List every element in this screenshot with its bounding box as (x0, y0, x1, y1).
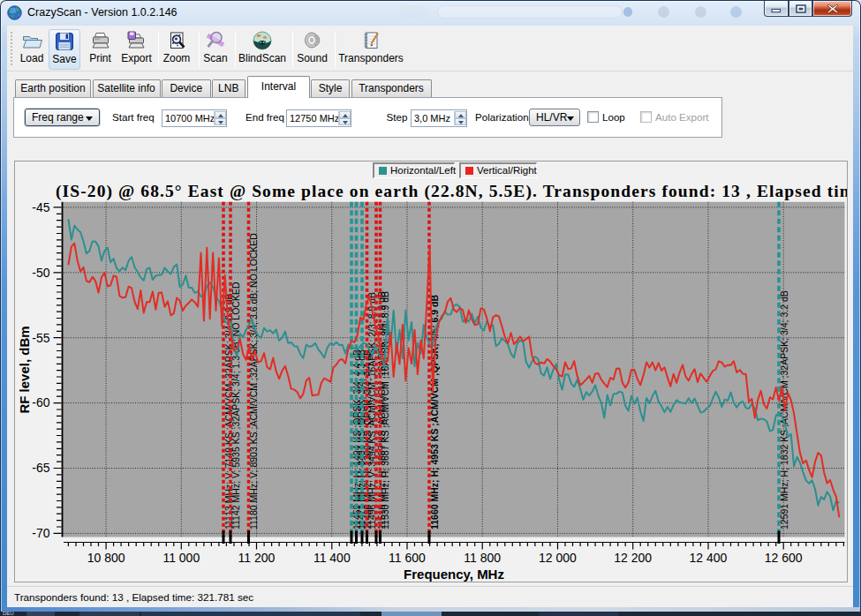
svg-text:11 400: 11 400 (313, 551, 351, 565)
svg-text:11 800: 11 800 (464, 551, 501, 565)
svg-text:10 800: 10 800 (87, 551, 125, 565)
svg-text:-60: -60 (32, 395, 49, 409)
svg-text:-65: -65 (32, 461, 49, 475)
svg-text:-55: -55 (32, 331, 49, 345)
svg-text:12 200: 12 200 (614, 551, 652, 565)
svg-text:12 600: 12 600 (765, 551, 803, 565)
svg-text:-50: -50 (32, 266, 49, 280)
svg-text:12 400: 12 400 (690, 551, 728, 565)
svg-text:11 600: 11 600 (389, 551, 426, 565)
svg-text:-70: -70 (32, 526, 49, 540)
svg-text:-45: -45 (32, 200, 49, 214)
svg-text:11 200: 11 200 (238, 551, 276, 565)
svg-text:12 000: 12 000 (539, 551, 577, 565)
svg-text:11180 MHz; V; 8903 KS ;ACM/VCM: 11180 MHz; V; 8903 KS ;ACM/VCM ;32APSK; … (248, 233, 259, 530)
svg-text:RF level, dBm: RF level, dBm (17, 326, 32, 413)
svg-text:Frequency, MHz: Frequency, MHz (404, 567, 504, 582)
svg-text:12591 MHz; H; 1832 KS ;ACM/VCM: 12591 MHz; H; 1832 KS ;ACM/VCM ;32APSK; … (779, 290, 789, 530)
svg-text:11142 MHz; V; 5935 KS ;32APSK;: 11142 MHz; V; 5935 KS ;32APSK; 3/4; 1.3 … (230, 282, 241, 530)
svg-text:11 000: 11 000 (162, 551, 200, 565)
